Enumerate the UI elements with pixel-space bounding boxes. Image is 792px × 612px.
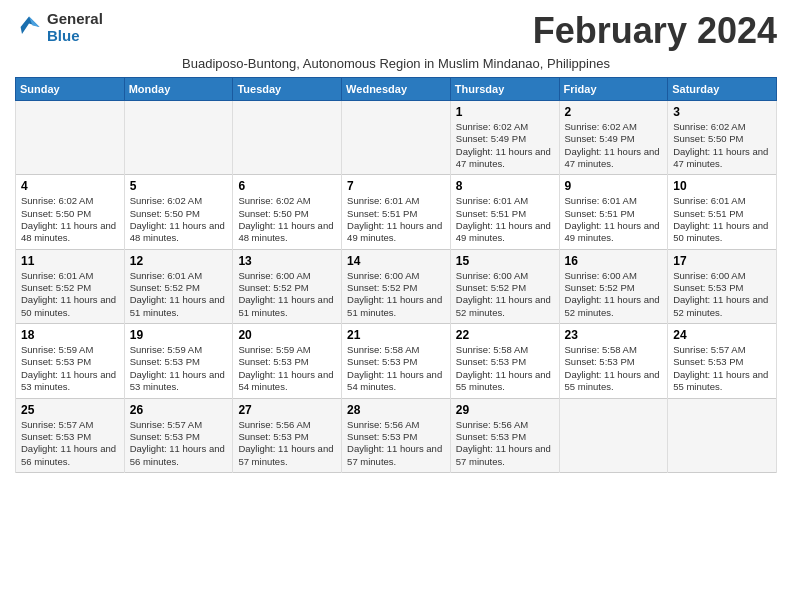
day-info: Sunrise: 5:56 AM Sunset: 5:53 PM Dayligh…	[456, 419, 555, 468]
day-info: Sunrise: 5:57 AM Sunset: 5:53 PM Dayligh…	[130, 419, 229, 468]
calendar-cell: 19Sunrise: 5:59 AM Sunset: 5:53 PM Dayli…	[124, 324, 233, 398]
calendar-week-row: 25Sunrise: 5:57 AM Sunset: 5:53 PM Dayli…	[16, 398, 777, 472]
day-number: 21	[347, 328, 446, 342]
day-number: 6	[238, 179, 337, 193]
day-number: 2	[565, 105, 664, 119]
day-number: 28	[347, 403, 446, 417]
calendar-week-row: 4Sunrise: 6:02 AM Sunset: 5:50 PM Daylig…	[16, 175, 777, 249]
calendar-week-row: 18Sunrise: 5:59 AM Sunset: 5:53 PM Dayli…	[16, 324, 777, 398]
day-header-sunday: Sunday	[16, 78, 125, 101]
calendar-cell: 26Sunrise: 5:57 AM Sunset: 5:53 PM Dayli…	[124, 398, 233, 472]
day-info: Sunrise: 6:02 AM Sunset: 5:50 PM Dayligh…	[130, 195, 229, 244]
calendar-header-row: SundayMondayTuesdayWednesdayThursdayFrid…	[16, 78, 777, 101]
calendar-cell: 12Sunrise: 6:01 AM Sunset: 5:52 PM Dayli…	[124, 249, 233, 323]
calendar-week-row: 1Sunrise: 6:02 AM Sunset: 5:49 PM Daylig…	[16, 101, 777, 175]
calendar-cell: 8Sunrise: 6:01 AM Sunset: 5:51 PM Daylig…	[450, 175, 559, 249]
day-info: Sunrise: 6:01 AM Sunset: 5:51 PM Dayligh…	[673, 195, 772, 244]
day-info: Sunrise: 5:59 AM Sunset: 5:53 PM Dayligh…	[238, 344, 337, 393]
calendar-cell: 10Sunrise: 6:01 AM Sunset: 5:51 PM Dayli…	[668, 175, 777, 249]
day-info: Sunrise: 5:56 AM Sunset: 5:53 PM Dayligh…	[238, 419, 337, 468]
day-info: Sunrise: 6:00 AM Sunset: 5:52 PM Dayligh…	[347, 270, 446, 319]
subtitle: Buadiposo-Buntong, Autonomous Region in …	[15, 56, 777, 71]
day-info: Sunrise: 6:01 AM Sunset: 5:51 PM Dayligh…	[456, 195, 555, 244]
calendar-cell: 7Sunrise: 6:01 AM Sunset: 5:51 PM Daylig…	[342, 175, 451, 249]
logo-text: General Blue	[47, 10, 103, 44]
day-number: 11	[21, 254, 120, 268]
day-info: Sunrise: 6:01 AM Sunset: 5:51 PM Dayligh…	[565, 195, 664, 244]
calendar-cell: 5Sunrise: 6:02 AM Sunset: 5:50 PM Daylig…	[124, 175, 233, 249]
day-header-monday: Monday	[124, 78, 233, 101]
day-number: 19	[130, 328, 229, 342]
day-info: Sunrise: 6:02 AM Sunset: 5:50 PM Dayligh…	[238, 195, 337, 244]
calendar-cell: 24Sunrise: 5:57 AM Sunset: 5:53 PM Dayli…	[668, 324, 777, 398]
calendar-cell: 28Sunrise: 5:56 AM Sunset: 5:53 PM Dayli…	[342, 398, 451, 472]
calendar-cell: 13Sunrise: 6:00 AM Sunset: 5:52 PM Dayli…	[233, 249, 342, 323]
day-header-thursday: Thursday	[450, 78, 559, 101]
day-number: 23	[565, 328, 664, 342]
day-number: 10	[673, 179, 772, 193]
day-number: 5	[130, 179, 229, 193]
day-header-friday: Friday	[559, 78, 668, 101]
day-info: Sunrise: 5:58 AM Sunset: 5:53 PM Dayligh…	[347, 344, 446, 393]
day-number: 7	[347, 179, 446, 193]
calendar-cell: 9Sunrise: 6:01 AM Sunset: 5:51 PM Daylig…	[559, 175, 668, 249]
day-info: Sunrise: 6:01 AM Sunset: 5:52 PM Dayligh…	[130, 270, 229, 319]
month-title: February 2024	[533, 10, 777, 52]
day-info: Sunrise: 5:59 AM Sunset: 5:53 PM Dayligh…	[130, 344, 229, 393]
day-number: 17	[673, 254, 772, 268]
calendar-cell: 2Sunrise: 6:02 AM Sunset: 5:49 PM Daylig…	[559, 101, 668, 175]
day-info: Sunrise: 6:02 AM Sunset: 5:49 PM Dayligh…	[456, 121, 555, 170]
calendar-week-row: 11Sunrise: 6:01 AM Sunset: 5:52 PM Dayli…	[16, 249, 777, 323]
day-info: Sunrise: 6:01 AM Sunset: 5:51 PM Dayligh…	[347, 195, 446, 244]
day-number: 14	[347, 254, 446, 268]
day-info: Sunrise: 5:56 AM Sunset: 5:53 PM Dayligh…	[347, 419, 446, 468]
day-number: 9	[565, 179, 664, 193]
calendar-cell: 17Sunrise: 6:00 AM Sunset: 5:53 PM Dayli…	[668, 249, 777, 323]
logo: General Blue	[15, 10, 103, 44]
day-info: Sunrise: 5:57 AM Sunset: 5:53 PM Dayligh…	[21, 419, 120, 468]
day-info: Sunrise: 6:02 AM Sunset: 5:50 PM Dayligh…	[673, 121, 772, 170]
calendar-cell: 25Sunrise: 5:57 AM Sunset: 5:53 PM Dayli…	[16, 398, 125, 472]
calendar-cell: 4Sunrise: 6:02 AM Sunset: 5:50 PM Daylig…	[16, 175, 125, 249]
day-number: 18	[21, 328, 120, 342]
calendar-table: SundayMondayTuesdayWednesdayThursdayFrid…	[15, 77, 777, 473]
calendar-cell: 3Sunrise: 6:02 AM Sunset: 5:50 PM Daylig…	[668, 101, 777, 175]
day-info: Sunrise: 6:00 AM Sunset: 5:53 PM Dayligh…	[673, 270, 772, 319]
day-number: 26	[130, 403, 229, 417]
day-info: Sunrise: 5:59 AM Sunset: 5:53 PM Dayligh…	[21, 344, 120, 393]
calendar-cell	[559, 398, 668, 472]
day-number: 27	[238, 403, 337, 417]
day-header-saturday: Saturday	[668, 78, 777, 101]
day-number: 15	[456, 254, 555, 268]
day-number: 24	[673, 328, 772, 342]
calendar-cell	[124, 101, 233, 175]
calendar-cell	[16, 101, 125, 175]
day-number: 12	[130, 254, 229, 268]
day-number: 22	[456, 328, 555, 342]
day-info: Sunrise: 6:02 AM Sunset: 5:50 PM Dayligh…	[21, 195, 120, 244]
day-number: 1	[456, 105, 555, 119]
calendar-cell: 23Sunrise: 5:58 AM Sunset: 5:53 PM Dayli…	[559, 324, 668, 398]
calendar-cell: 22Sunrise: 5:58 AM Sunset: 5:53 PM Dayli…	[450, 324, 559, 398]
day-info: Sunrise: 5:58 AM Sunset: 5:53 PM Dayligh…	[565, 344, 664, 393]
calendar-cell	[342, 101, 451, 175]
calendar-cell: 18Sunrise: 5:59 AM Sunset: 5:53 PM Dayli…	[16, 324, 125, 398]
calendar-cell: 27Sunrise: 5:56 AM Sunset: 5:53 PM Dayli…	[233, 398, 342, 472]
calendar-cell: 15Sunrise: 6:00 AM Sunset: 5:52 PM Dayli…	[450, 249, 559, 323]
day-number: 20	[238, 328, 337, 342]
calendar-body: 1Sunrise: 6:02 AM Sunset: 5:49 PM Daylig…	[16, 101, 777, 473]
calendar-cell: 20Sunrise: 5:59 AM Sunset: 5:53 PM Dayli…	[233, 324, 342, 398]
day-header-tuesday: Tuesday	[233, 78, 342, 101]
calendar-cell: 11Sunrise: 6:01 AM Sunset: 5:52 PM Dayli…	[16, 249, 125, 323]
day-number: 4	[21, 179, 120, 193]
calendar-cell: 21Sunrise: 5:58 AM Sunset: 5:53 PM Dayli…	[342, 324, 451, 398]
day-number: 13	[238, 254, 337, 268]
calendar-cell: 1Sunrise: 6:02 AM Sunset: 5:49 PM Daylig…	[450, 101, 559, 175]
day-info: Sunrise: 5:57 AM Sunset: 5:53 PM Dayligh…	[673, 344, 772, 393]
day-number: 16	[565, 254, 664, 268]
calendar-cell: 16Sunrise: 6:00 AM Sunset: 5:52 PM Dayli…	[559, 249, 668, 323]
day-number: 8	[456, 179, 555, 193]
calendar-cell: 6Sunrise: 6:02 AM Sunset: 5:50 PM Daylig…	[233, 175, 342, 249]
day-info: Sunrise: 6:00 AM Sunset: 5:52 PM Dayligh…	[238, 270, 337, 319]
day-info: Sunrise: 6:00 AM Sunset: 5:52 PM Dayligh…	[456, 270, 555, 319]
